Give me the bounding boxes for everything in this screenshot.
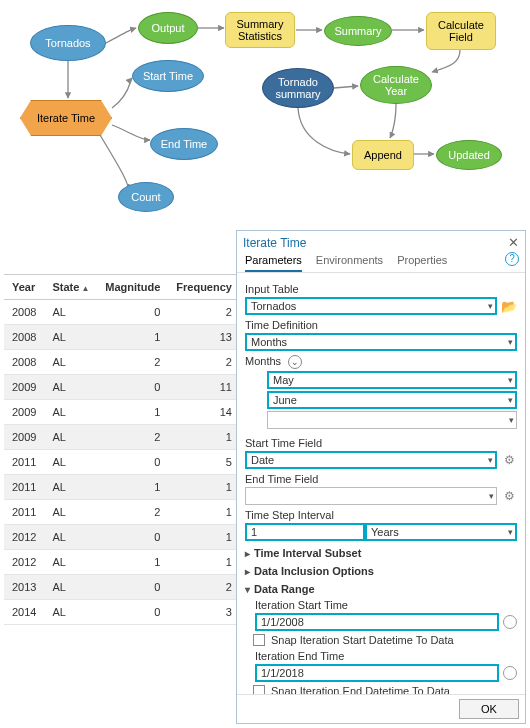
field-value: June <box>273 394 297 406</box>
snap-start-row[interactable]: Snap Iteration Start Datetime To Data <box>253 634 517 646</box>
node-iterate-time[interactable]: Iterate Time <box>20 100 112 136</box>
label-time-step-interval: Time Step Interval <box>245 509 517 521</box>
checkbox-label: Snap Iteration End Datetime To Data <box>271 685 450 694</box>
cell-magnitude: 1 <box>97 400 168 425</box>
cell-state: AL <box>44 400 97 425</box>
table-row[interactable]: 2011AL21 <box>4 500 240 525</box>
panel-footer: OK <box>237 694 525 723</box>
field-value: Tornados <box>251 300 296 312</box>
tab-environments[interactable]: Environments <box>316 254 383 272</box>
cell-magnitude: 0 <box>97 525 168 550</box>
node-summary[interactable]: Summary <box>324 16 392 46</box>
col-magnitude[interactable]: Magnitude <box>97 275 168 300</box>
tsi-unit-field[interactable]: Years▾ <box>365 523 517 541</box>
tab-parameters[interactable]: Parameters <box>245 254 302 272</box>
cell-magnitude: 0 <box>97 300 168 325</box>
cell-frequency: 1 <box>168 500 240 525</box>
cell-magnitude: 1 <box>97 475 168 500</box>
table-row[interactable]: 2009AL21 <box>4 425 240 450</box>
cell-year: 2008 <box>4 300 44 325</box>
close-icon[interactable]: ✕ <box>508 235 519 250</box>
field-value: Months <box>251 336 287 348</box>
month-field-3[interactable]: ▾ <box>267 411 517 429</box>
node-calculate-year[interactable]: Calculate Year <box>360 66 432 104</box>
cell-frequency: 2 <box>168 300 240 325</box>
node-label: Tornado summary <box>267 76 329 100</box>
clock-icon[interactable] <box>503 666 517 680</box>
table-row[interactable]: 2009AL114 <box>4 400 240 425</box>
month-field-1[interactable]: May▾ <box>267 371 517 389</box>
label-end-time-field: End Time Field <box>245 473 517 485</box>
node-label: Iterate Time <box>37 112 95 124</box>
cell-magnitude: 0 <box>97 600 168 625</box>
cell-state: AL <box>44 525 97 550</box>
table-row[interactable]: 2011AL05 <box>4 450 240 475</box>
input-table-field[interactable]: Tornados ▾ <box>245 297 497 315</box>
panel-tabs: Parameters Environments Properties ? <box>237 252 525 273</box>
gear-icon[interactable] <box>501 488 517 504</box>
cell-frequency: 1 <box>168 425 240 450</box>
cell-state: AL <box>44 450 97 475</box>
cell-state: AL <box>44 350 97 375</box>
node-tornados[interactable]: Tornados <box>30 25 106 61</box>
node-output[interactable]: Output <box>138 12 198 44</box>
tsi-value-field[interactable]: 1 <box>245 523 365 541</box>
snap-end-row[interactable]: Snap Iteration End Datetime To Data <box>253 685 517 694</box>
label-iter-end: Iteration End Time <box>255 650 517 662</box>
ok-button[interactable]: OK <box>459 699 519 719</box>
cell-year: 2012 <box>4 525 44 550</box>
node-updated[interactable]: Updated <box>436 140 502 170</box>
node-summary-statistics[interactable]: Summary Statistics <box>225 12 295 48</box>
table-row[interactable]: 2012AL01 <box>4 525 240 550</box>
label-input-table: Input Table <box>245 283 517 295</box>
time-definition-field[interactable]: Months ▾ <box>245 333 517 351</box>
help-icon[interactable]: ? <box>505 252 519 266</box>
chevron-down-icon: ▾ <box>488 455 493 465</box>
tab-properties[interactable]: Properties <box>397 254 447 272</box>
section-data-inclusion[interactable]: Data Inclusion Options <box>245 565 517 577</box>
node-label: End Time <box>161 138 207 150</box>
cell-frequency: 3 <box>168 600 240 625</box>
gear-icon[interactable] <box>501 452 517 468</box>
node-calculate-field[interactable]: Calculate Field <box>426 12 496 50</box>
cell-magnitude: 2 <box>97 500 168 525</box>
start-time-field[interactable]: Date ▾ <box>245 451 497 469</box>
node-append[interactable]: Append <box>352 140 414 170</box>
clock-icon[interactable] <box>503 615 517 629</box>
table-row[interactable]: 2013AL02 <box>4 575 240 600</box>
table-row[interactable]: 2008AL113 <box>4 325 240 350</box>
node-label: Calculate Year <box>365 73 427 97</box>
node-label: Append <box>364 149 402 161</box>
end-time-field[interactable]: ▾ <box>245 487 497 505</box>
node-count[interactable]: Count <box>118 182 174 212</box>
iter-start-field[interactable]: 1/1/2008 <box>255 613 499 631</box>
table-row[interactable]: 2008AL22 <box>4 350 240 375</box>
panel-body: Input Table Tornados ▾ 📂 Time Definition… <box>237 273 525 694</box>
browse-icon[interactable]: 📂 <box>501 298 517 314</box>
node-tornado-summary[interactable]: Tornado summary <box>262 68 334 108</box>
iter-end-field[interactable]: 1/1/2018 <box>255 664 499 682</box>
chevron-right-icon <box>245 566 250 577</box>
checkbox-snap-start[interactable] <box>253 634 265 646</box>
section-time-interval-subset[interactable]: Time Interval Subset <box>245 547 517 559</box>
col-year[interactable]: Year <box>4 275 44 300</box>
table-row[interactable]: 2009AL011 <box>4 375 240 400</box>
cell-year: 2008 <box>4 350 44 375</box>
cell-frequency: 2 <box>168 575 240 600</box>
checkbox-snap-end[interactable] <box>253 685 265 694</box>
col-frequency[interactable]: Frequency <box>168 275 240 300</box>
table-row[interactable]: 2011AL11 <box>4 475 240 500</box>
cell-year: 2013 <box>4 575 44 600</box>
cell-state: AL <box>44 600 97 625</box>
table-row[interactable]: 2008AL02 <box>4 300 240 325</box>
expand-months-icon[interactable]: ⌄ <box>288 355 302 369</box>
month-field-2[interactable]: June▾ <box>267 391 517 409</box>
label-months: Months ⌄ <box>245 355 517 369</box>
cell-frequency: 5 <box>168 450 240 475</box>
table-row[interactable]: 2012AL11 <box>4 550 240 575</box>
table-row[interactable]: 2014AL03 <box>4 600 240 625</box>
node-start-time[interactable]: Start Time <box>132 60 204 92</box>
node-end-time[interactable]: End Time <box>150 128 218 160</box>
col-state[interactable]: State▲ <box>44 275 97 300</box>
section-data-range[interactable]: Data Range <box>245 583 517 595</box>
